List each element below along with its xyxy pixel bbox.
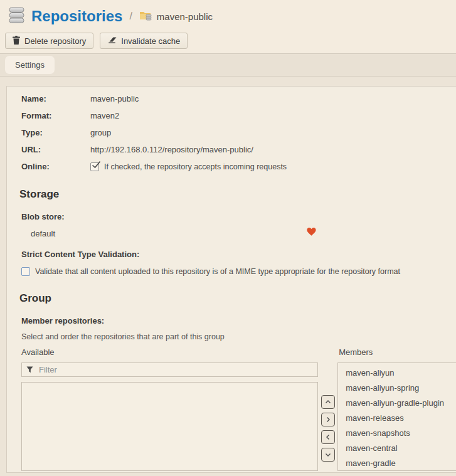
member-item[interactable]: maven-aliyun xyxy=(338,365,456,380)
checkmark-icon xyxy=(92,161,101,169)
move-controls xyxy=(318,347,337,471)
heart-icon xyxy=(306,226,317,239)
available-column: Available xyxy=(21,347,318,471)
blob-store-value: default xyxy=(31,229,456,238)
member-item[interactable]: maven-aliyun-gradle-plugin xyxy=(338,395,456,410)
field-label: Name: xyxy=(21,94,90,104)
available-filter xyxy=(21,362,318,377)
breadcrumb-repo-name: maven-public xyxy=(157,11,213,22)
strict-validation-label: Strict Content Type Validation: xyxy=(21,250,456,259)
field-row-type: Type: group xyxy=(21,128,456,138)
field-label: Format: xyxy=(21,111,90,121)
eraser-icon xyxy=(107,36,117,46)
delete-repository-button[interactable]: Delete repository xyxy=(5,33,93,49)
breadcrumb-separator: / xyxy=(129,11,132,22)
members-column: Members maven-aliyun maven-aliyun-spring… xyxy=(337,347,456,471)
move-up-button[interactable] xyxy=(321,395,335,409)
delete-repository-label: Delete repository xyxy=(24,36,86,46)
member-item[interactable]: maven-aliyun-spring xyxy=(338,380,456,395)
group-heading: Group xyxy=(19,292,456,305)
blob-store-label: Blob store: xyxy=(21,212,456,221)
filter-input[interactable] xyxy=(38,364,313,375)
field-value: maven-public xyxy=(90,94,139,104)
filter-funnel-icon xyxy=(26,364,33,376)
member-item[interactable]: maven-central xyxy=(338,440,456,455)
member-item[interactable]: maven-snapshots xyxy=(338,425,456,440)
field-label: Online: xyxy=(21,162,90,172)
invalidate-cache-button[interactable]: Invalidate cache xyxy=(100,33,188,49)
member-repositories-label: Member repositories: xyxy=(21,316,456,325)
field-value: http://192.168.0.112/repository/maven-pu… xyxy=(90,145,253,155)
content-area: Name: maven-public Format: maven2 Type: … xyxy=(0,77,456,476)
chevron-down-icon xyxy=(324,451,332,458)
page-header: Repositories / maven-public xyxy=(0,0,456,53)
tab-bar: Settings xyxy=(0,53,456,77)
move-down-button[interactable] xyxy=(321,448,335,462)
available-label: Available xyxy=(21,347,318,357)
move-left-button[interactable] xyxy=(321,430,335,444)
field-label: URL: xyxy=(21,145,90,155)
invalidate-cache-label: Invalidate cache xyxy=(121,36,180,46)
field-row-name: Name: maven-public xyxy=(21,94,456,104)
member-item[interactable]: maven-releases xyxy=(338,410,456,425)
chevron-left-icon xyxy=(324,433,332,441)
chevron-right-icon xyxy=(324,416,332,423)
move-right-button[interactable] xyxy=(321,413,335,426)
members-list: maven-aliyun maven-aliyun-spring maven-a… xyxy=(337,362,456,471)
field-value: group xyxy=(90,128,111,138)
repo-folder-icon xyxy=(139,10,152,23)
field-value: maven2 xyxy=(90,111,119,121)
toolbar: Delete repository Invalidate cache xyxy=(0,33,456,49)
chevron-up-icon xyxy=(324,398,332,406)
online-checkbox[interactable] xyxy=(90,162,99,171)
member-item[interactable]: maven-gradle xyxy=(338,455,456,470)
members-label: Members xyxy=(339,347,456,357)
tab-settings[interactable]: Settings xyxy=(5,56,55,74)
strict-validation-checkbox[interactable] xyxy=(21,267,30,276)
storage-heading: Storage xyxy=(19,188,456,201)
available-list[interactable] xyxy=(21,382,318,471)
field-row-url: URL: http://192.168.0.112/repository/mav… xyxy=(21,145,456,155)
strict-validation-text: Validate that all content uploaded to th… xyxy=(35,267,400,276)
field-row-online: Online: If checked, the repository accep… xyxy=(21,162,456,172)
online-checkbox-label: If checked, the repository accepts incom… xyxy=(104,162,287,172)
member-repositories-helper: Select and order the repositories that a… xyxy=(21,332,456,342)
settings-panel: Name: maven-public Format: maven2 Type: … xyxy=(6,86,456,473)
field-row-format: Format: maven2 xyxy=(21,111,456,121)
trash-icon xyxy=(13,36,20,46)
page-title: Repositories xyxy=(31,8,122,25)
field-label: Type: xyxy=(21,128,90,138)
database-icon xyxy=(8,6,25,27)
member-repositories-picker: Available xyxy=(21,347,456,471)
